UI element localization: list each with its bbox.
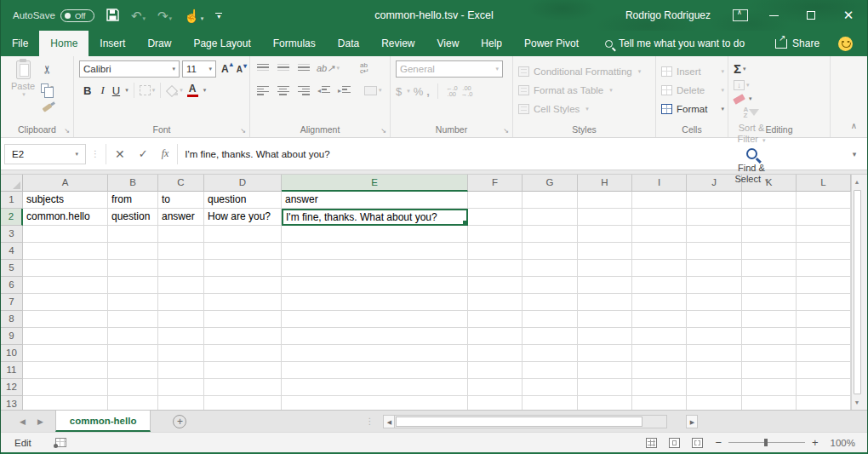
clear-button[interactable]: ▾ [734,95,759,102]
minimize-button[interactable] [755,0,792,31]
align-right-button[interactable] [296,83,311,98]
row-header-12[interactable]: 12 [1,379,23,396]
row-header-6[interactable]: 6 [1,277,23,294]
cell-H11[interactable] [578,362,632,379]
autosum-button[interactable]: Σ▾ [734,61,759,76]
cell-D11[interactable] [204,362,282,379]
cell-K4[interactable] [742,243,797,260]
cell-C4[interactable] [158,243,204,260]
cell-D7[interactable] [204,294,282,311]
cell-H12[interactable] [578,379,632,396]
cell-I3[interactable] [632,226,687,243]
cell-F12[interactable] [468,379,523,396]
cell-E12[interactable] [282,379,468,396]
fill-color-button[interactable]: ▾ [166,83,183,98]
top-align-button[interactable] [255,60,270,76]
number-format-combo[interactable]: General▾ [396,60,503,78]
cell-L9[interactable] [797,328,851,345]
cell-A2[interactable]: common.hello [23,209,108,226]
tab-review[interactable]: Review [370,31,425,56]
cell-L13[interactable] [797,396,851,410]
row-header-8[interactable]: 8 [1,311,23,328]
cell-G2[interactable] [523,209,578,226]
comma-format-button[interactable]: , [426,85,430,98]
touch-mouse-mode-icon[interactable]: ☝▾ [184,9,203,22]
horizontal-scroll-thumb[interactable] [396,417,642,427]
zoom-out-icon[interactable]: − [715,436,722,449]
font-size-combo[interactable]: 11▾ [182,60,216,78]
tab-page-layout[interactable]: Page Layout [182,31,261,56]
cell-E10[interactable] [282,345,468,362]
cell-L8[interactable] [797,311,851,328]
cell-B6[interactable] [108,277,158,294]
cell-K5[interactable] [742,260,797,277]
vertical-scrollbar[interactable]: ▲ ▼ [851,175,862,410]
row-header-3[interactable]: 3 [1,226,23,243]
cell-G11[interactable] [523,362,578,379]
cell-D4[interactable] [204,243,282,260]
tab-file[interactable]: File [1,31,39,56]
cell-L6[interactable] [797,277,851,294]
sheet-nav-right-icon[interactable]: ▶ [37,417,43,426]
merge-center-button[interactable]: ▾ [364,83,382,98]
undo-icon[interactable]: ↶▾ [131,9,146,22]
cell-L7[interactable] [797,294,851,311]
cell-E5[interactable] [282,260,468,277]
normal-view-icon[interactable] [646,438,657,448]
insert-function-icon[interactable]: fx [162,147,169,160]
clipboard-dialog-launcher-icon[interactable]: ↘ [64,127,70,135]
cell-J6[interactable] [687,277,742,294]
select-all-corner[interactable] [1,175,23,192]
decrease-indent-button[interactable]: ◂ [317,83,331,98]
cell-F6[interactable] [468,277,523,294]
collapse-ribbon-icon[interactable]: ∧ [851,121,857,130]
cell-D9[interactable] [204,328,282,345]
cell-G13[interactable] [523,396,578,410]
cell-C10[interactable] [158,345,204,362]
cell-J13[interactable] [687,396,742,410]
cell-E6[interactable] [282,277,468,294]
cell-I6[interactable] [632,277,687,294]
cell-L3[interactable] [797,226,851,243]
cell-B7[interactable] [108,294,158,311]
insert-cells-button[interactable]: Insert▾ [661,62,724,81]
find-select-button[interactable]: Find & Select ▾ [734,146,769,186]
cell-I7[interactable] [632,294,687,311]
orientation-button[interactable]: ab↗▾ [317,60,340,76]
page-layout-view-icon[interactable] [669,438,680,448]
scroll-up-icon[interactable]: ▲ [852,175,863,189]
bold-button[interactable]: B [79,84,95,97]
cell-C12[interactable] [158,379,204,396]
customize-quick-access-icon[interactable]: ▾ [215,13,222,19]
cell-I10[interactable] [632,345,687,362]
cell-J11[interactable] [687,362,742,379]
cell-G7[interactable] [523,294,578,311]
cell-B3[interactable] [108,226,158,243]
format-cells-button[interactable]: Format▾ [661,100,724,118]
number-dialog-launcher-icon[interactable]: ↘ [503,127,509,135]
cell-F3[interactable] [468,226,523,243]
tab-help[interactable]: Help [470,31,513,56]
sheet-tab-common-hello[interactable]: common-hello [55,411,151,432]
scroll-right-icon[interactable]: ▶ [686,415,698,428]
cell-K8[interactable] [742,311,797,328]
cell-D10[interactable] [204,345,282,362]
borders-button[interactable]: ▾ [140,83,156,98]
ribbon-display-options-icon[interactable] [733,9,748,21]
cell-A12[interactable] [23,379,108,396]
column-header-A[interactable]: A [23,175,108,192]
cell-I2[interactable] [632,209,687,226]
cell-G1[interactable] [523,192,578,209]
delete-cells-button[interactable]: Delete▾ [661,81,724,100]
cell-styles-button[interactable]: Cell Styles▾ [518,100,652,118]
cell-K13[interactable] [742,396,797,410]
column-header-G[interactable]: G [523,175,578,192]
cell-F5[interactable] [468,260,523,277]
cell-G5[interactable] [523,260,578,277]
close-button[interactable]: ✕ [830,0,867,31]
increase-decimal-icon[interactable]: ←.0.00 [446,85,458,97]
sheet-nav-left-icon[interactable]: ◀ [20,417,26,426]
cell-H13[interactable] [578,396,632,410]
cell-L5[interactable] [797,260,851,277]
column-header-B[interactable]: B [108,175,158,192]
